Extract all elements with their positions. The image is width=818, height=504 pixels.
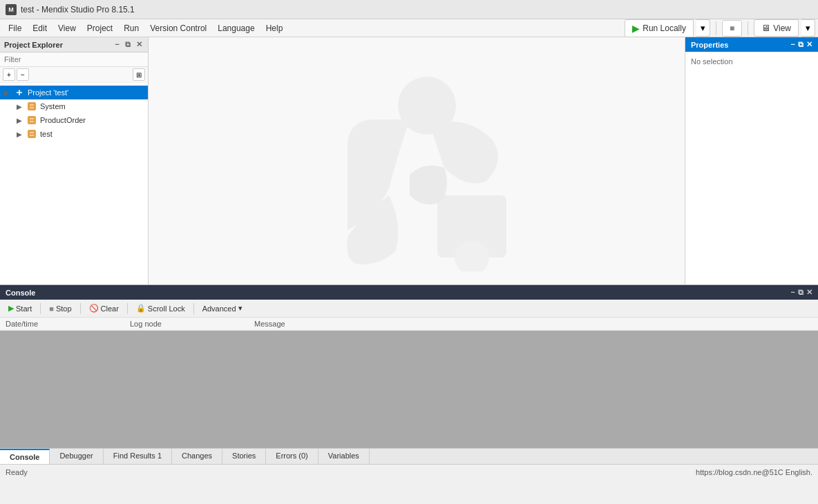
filter-input[interactable]: [0, 52, 148, 67]
tab-stories[interactable]: Stories: [222, 449, 266, 464]
panel-header-controls: − ⧉ ✕: [114, 40, 144, 49]
menu-view[interactable]: View: [53, 21, 82, 35]
pin-button[interactable]: −: [114, 40, 121, 49]
expand-arrow-system: ▶: [17, 103, 23, 110]
lock-icon: 🔒: [136, 304, 146, 313]
clear-button[interactable]: 🚫 Clear: [86, 302, 122, 314]
tree-toolbar: + − ⊞: [0, 67, 148, 83]
run-locally-button[interactable]: ▶ Run Locally: [625, 19, 694, 37]
advanced-dropdown-icon: ▾: [238, 304, 242, 313]
window-title: test - Mendix Studio Pro 8.15.1: [21, 5, 135, 14]
project-label: Project 'test': [28, 88, 68, 97]
tab-console[interactable]: Console: [0, 449, 50, 464]
expand-arrow-productorder: ▶: [17, 117, 23, 124]
menu-file[interactable]: File: [3, 21, 27, 35]
main-layout: Project Explorer − ⧉ ✕ + − ⊞ ▶: [0, 37, 818, 464]
tab-find-results[interactable]: Find Results 1: [104, 449, 172, 464]
svg-rect-3: [28, 130, 36, 138]
status-right: https://blog.csdn.ne@51C English.: [696, 468, 812, 476]
console-header-controls: − ⧉ ✕: [791, 288, 812, 297]
svg-rect-1: [28, 102, 36, 110]
properties-float[interactable]: ⧉: [798, 40, 803, 49]
console-tabs: Console Debugger Find Results 1 Changes …: [0, 448, 818, 464]
project-icon: [14, 87, 25, 98]
tab-changes[interactable]: Changes: [172, 449, 222, 464]
separator-3: [127, 303, 128, 314]
tree-item-productorder[interactable]: ▶ ProductOrder: [0, 113, 148, 127]
properties-title: Properties: [691, 41, 728, 49]
stop-square-icon: ■: [49, 304, 54, 313]
close-panel-button[interactable]: ✕: [135, 40, 144, 49]
expand-arrow-project: ▶: [4, 89, 11, 97]
advanced-label: Advanced: [202, 304, 236, 313]
menu-version-control[interactable]: Version Control: [144, 21, 212, 35]
console-float[interactable]: ⧉: [798, 288, 803, 297]
tree-item-system[interactable]: ▶ System: [0, 99, 148, 113]
properties-header: Properties − ⧉ ✕: [685, 37, 818, 52]
system-icon: [26, 101, 37, 112]
menu-project[interactable]: Project: [82, 21, 118, 35]
layout-button[interactable]: ⊞: [133, 68, 145, 81]
menu-edit[interactable]: Edit: [27, 21, 53, 35]
separator-1: [40, 303, 41, 314]
menu-help[interactable]: Help: [260, 21, 289, 35]
tab-errors[interactable]: Errors (0): [266, 449, 318, 464]
view-dropdown[interactable]: ▾: [801, 19, 815, 37]
start-button[interactable]: ▶ Start: [6, 302, 35, 314]
project-explorer-panel: Project Explorer − ⧉ ✕ + − ⊞ ▶: [0, 37, 149, 284]
test-module-icon: [26, 128, 37, 139]
tree-content: ▶ Project 'test' ▶: [0, 83, 148, 284]
status-left: Ready: [6, 468, 28, 476]
properties-close[interactable]: ✕: [806, 40, 812, 49]
app-icon: M: [6, 4, 17, 15]
stop-button[interactable]: ■ Stop: [46, 303, 74, 314]
collapse-all-button[interactable]: −: [17, 68, 29, 81]
console-close[interactable]: ✕: [806, 288, 812, 297]
productorder-label: ProductOrder: [40, 116, 86, 124]
start-label: Start: [16, 304, 32, 313]
expand-arrow-test: ▶: [17, 130, 23, 138]
console-content[interactable]: [0, 331, 818, 448]
run-locally-dropdown[interactable]: ▾: [696, 19, 710, 37]
status-bar: Ready https://blog.csdn.ne@51C English.: [0, 464, 818, 479]
advanced-button[interactable]: Advanced ▾: [200, 302, 245, 314]
view-label: View: [773, 23, 791, 33]
console-title: Console: [6, 289, 35, 297]
menu-bar: File Edit View Project Run Version Contr…: [0, 19, 818, 37]
play-icon: ▶: [632, 23, 640, 34]
console-panel: Console − ⧉ ✕ ▶ Start ■ Stop 🚫 Clear: [0, 284, 818, 464]
stop-toolbar-icon: ■: [730, 23, 734, 33]
separator-2: [80, 303, 81, 314]
no-selection-text: No selection: [691, 57, 733, 66]
monitor-icon: 🖥: [761, 23, 770, 33]
content-area: Project Explorer − ⧉ ✕ + − ⊞ ▶: [0, 37, 818, 284]
system-label: System: [40, 102, 66, 110]
menu-language[interactable]: Language: [212, 21, 260, 35]
console-pin[interactable]: −: [791, 288, 795, 297]
productorder-icon: [26, 115, 37, 126]
run-locally-label: Run Locally: [643, 23, 686, 33]
scroll-lock-button[interactable]: 🔒 Scroll Lock: [133, 302, 188, 314]
separator-4: [193, 303, 194, 314]
properties-pin[interactable]: −: [791, 40, 795, 49]
svg-rect-2: [28, 116, 36, 124]
mendix-background-logo: [306, 50, 527, 271]
lognode-header: Log node: [130, 320, 254, 328]
tab-variables[interactable]: Variables: [318, 449, 370, 464]
properties-panel: Properties − ⧉ ✕ No selection: [685, 37, 818, 284]
view-button[interactable]: 🖥 View: [754, 19, 799, 37]
project-explorer-header: Project Explorer − ⧉ ✕: [0, 37, 148, 52]
menu-run[interactable]: Run: [118, 21, 144, 35]
tab-debugger[interactable]: Debugger: [50, 449, 103, 464]
float-button[interactable]: ⧉: [124, 40, 132, 49]
console-table-header: Date/time Log node Message: [0, 318, 818, 331]
datetime-header: Date/time: [6, 320, 130, 328]
clear-icon: 🚫: [89, 304, 99, 313]
expand-all-button[interactable]: +: [3, 68, 15, 81]
tree-item-test[interactable]: ▶ test: [0, 127, 148, 141]
properties-content: No selection: [685, 52, 818, 71]
tree-item-project[interactable]: ▶ Project 'test': [0, 86, 148, 99]
project-explorer-title: Project Explorer: [4, 41, 63, 49]
stop-toolbar-button[interactable]: ■: [722, 20, 742, 37]
start-play-icon: ▶: [8, 304, 14, 313]
